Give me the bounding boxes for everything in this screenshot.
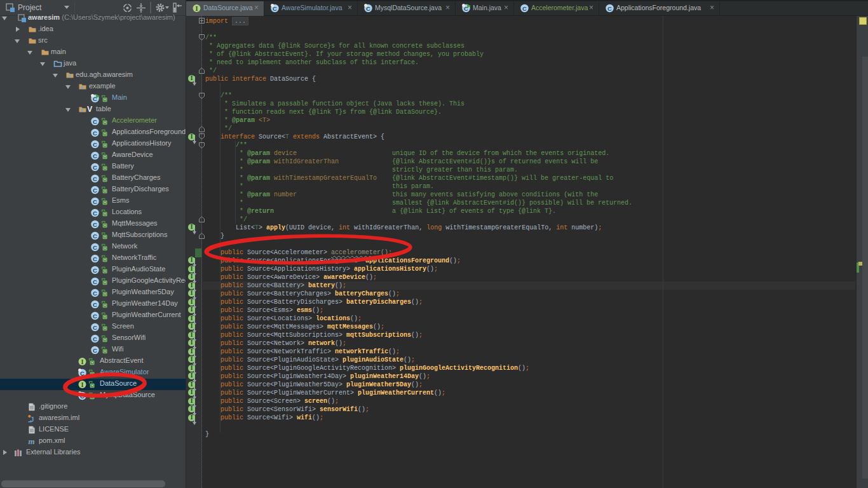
svg-text:C: C	[93, 347, 97, 354]
svg-text:C: C	[93, 290, 97, 297]
svg-text:I: I	[195, 5, 198, 12]
svg-text:C: C	[93, 233, 97, 240]
svg-text:C: C	[93, 301, 97, 308]
svg-text:C: C	[93, 198, 97, 205]
svg-text:I: I	[81, 381, 83, 388]
svg-text:C: C	[93, 187, 97, 194]
svg-text:C: C	[93, 130, 97, 137]
svg-text:C: C	[93, 324, 97, 331]
svg-text:C: C	[93, 313, 97, 320]
svg-text:C: C	[93, 141, 97, 148]
svg-text:m: m	[28, 437, 34, 445]
svg-text:C: C	[607, 5, 612, 12]
svg-text:C: C	[93, 152, 97, 159]
svg-text:C: C	[93, 210, 97, 217]
svg-text:C: C	[93, 255, 97, 262]
svg-text:C: C	[93, 336, 97, 342]
svg-text:C: C	[93, 164, 97, 171]
svg-text:C: C	[93, 118, 97, 125]
svg-text:I: I	[81, 358, 83, 365]
svg-text:C: C	[93, 221, 97, 228]
svg-text:C: C	[93, 267, 97, 274]
svg-text:C: C	[93, 175, 97, 182]
svg-text:C: C	[522, 5, 527, 12]
svg-text:C: C	[93, 278, 97, 285]
svg-text:C: C	[93, 244, 97, 251]
